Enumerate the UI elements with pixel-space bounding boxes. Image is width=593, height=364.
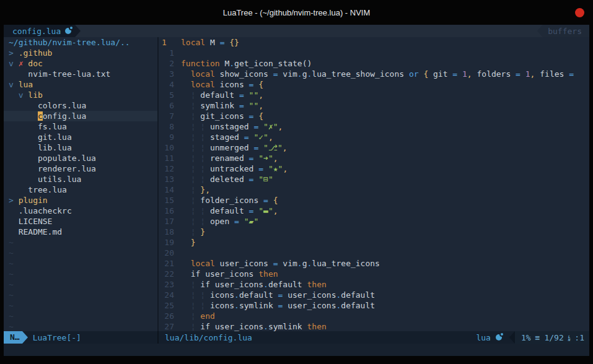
code-line[interactable]: 15 ¦ folder_icons = {	[159, 195, 589, 206]
code-line[interactable]: 7 ¦ git_icons = {	[159, 111, 589, 121]
text-segment: .luacheckrc	[9, 206, 72, 215]
close-button[interactable]	[575, 8, 584, 17]
tab-buffers[interactable]: buffers	[543, 25, 589, 37]
code-line[interactable]: 10 ¦ ¦ unmerged = "⎇",	[159, 142, 589, 153]
text-segment: =	[273, 259, 278, 268]
code-line[interactable]: 1local M = {}	[159, 37, 589, 48]
text-segment: staged	[205, 132, 244, 142]
text-segment: ~	[9, 311, 14, 321]
code-line[interactable]: 3 local show_icons = vim.g.lua_tree_show…	[159, 69, 589, 79]
tree-row[interactable]: fs.lua	[4, 121, 157, 132]
filetype-label: lua	[476, 333, 501, 342]
text-segment: git_icons	[195, 111, 248, 121]
code-line[interactable]: 26 ¦ end	[159, 311, 589, 321]
text-segment: g	[302, 69, 307, 79]
code-line[interactable]: 19 }	[159, 237, 589, 248]
percent-indicator: 1%	[521, 333, 531, 342]
tree-row[interactable]: v lua	[4, 79, 157, 90]
tree-row[interactable]: tree.lua	[4, 184, 157, 195]
text-segment	[181, 175, 191, 184]
text-segment	[181, 301, 191, 310]
tree-row[interactable]: renderer.lua	[4, 163, 157, 174]
tree-row[interactable]: > .github	[4, 48, 157, 58]
code-line[interactable]: 18 ¦ }	[159, 227, 589, 237]
code-line[interactable]: 9 ¦ ¦ staged = "✓",	[159, 132, 589, 142]
tree-row[interactable]: README.md	[4, 227, 157, 237]
code-line[interactable]: 16 ¦ ¦ default = "▬",	[159, 206, 589, 216]
text-segment	[244, 101, 249, 110]
text-segment	[181, 143, 191, 152]
text-segment: .github	[14, 48, 53, 58]
tree-row[interactable]: > plugin	[4, 195, 157, 206]
code-line[interactable]: 22 if user_icons then	[159, 269, 589, 279]
text-segment: show_icons	[215, 69, 273, 79]
tree-row[interactable]: colors.lua	[4, 100, 157, 111]
code-line[interactable]: 21 local user_icons = vim.g.lua_tree_ico…	[159, 258, 589, 269]
tree-row[interactable]: v ✗ doc	[4, 58, 157, 69]
empty-line-tilde: ~	[4, 258, 157, 269]
text-segment: tree.lua	[9, 185, 67, 194]
text-segment: 1	[525, 69, 530, 79]
tab-config-lua[interactable]: config.lua	[4, 25, 75, 37]
line-number: 18	[159, 227, 178, 237]
text-segment: =	[263, 196, 268, 205]
text-segment: =	[569, 69, 574, 79]
code-line[interactable]: 8 ¦ ¦ unstaged = "✗",	[159, 121, 589, 132]
code-line[interactable]: 5 ¦ default = "",	[159, 90, 589, 100]
tree-row[interactable]: LICENSE	[4, 216, 157, 227]
text-segment: deleted	[205, 175, 248, 184]
text-segment: 1	[462, 69, 467, 79]
code-line[interactable]: 23 ¦ if user_icons.default then	[159, 279, 589, 290]
text-segment: ~	[9, 248, 14, 258]
tree-row[interactable]: ~/github/nvim-tree.lua/..	[4, 37, 157, 48]
line-number: 26	[159, 311, 178, 321]
text-segment: lua_tree_show_icons	[312, 69, 409, 79]
code-line[interactable]: 11 ¦ ¦ renamed = "➜",	[159, 153, 589, 163]
text-segment	[181, 322, 191, 331]
tree-row[interactable]: .luacheckrc	[4, 206, 157, 216]
tree-row[interactable]: git.lua	[4, 132, 157, 142]
code-line[interactable]: 2function M.get_icon_state()	[159, 58, 589, 69]
code-line[interactable]: 14 ¦ },	[159, 184, 589, 195]
text-segment: user_icons	[283, 301, 336, 310]
text-segment	[181, 132, 191, 142]
code-text: ¦ default = "",	[178, 90, 263, 100]
tree-row[interactable]: config.lua	[4, 111, 157, 121]
tree-row[interactable]: utils.lua	[4, 174, 157, 184]
code-line[interactable]: 4 local icons = {	[159, 79, 589, 90]
text-segment	[181, 259, 191, 268]
text-segment: "➜"	[258, 154, 273, 163]
text-segment: ~/github/nvim-tree.lua/..	[9, 38, 130, 47]
text-segment	[181, 238, 191, 247]
text-segment: unmerged	[205, 143, 253, 152]
code-line[interactable]: 27 ¦ if user_icons.symlink then	[159, 321, 589, 331]
powerline-arrow-icon	[75, 25, 81, 37]
text-segment: .	[297, 69, 302, 79]
code-line[interactable]: 6 ¦ symlink = "",	[159, 100, 589, 111]
cursor-block: c	[38, 111, 43, 121]
code-line[interactable]: 24 ¦ ¦ icons.default = user_icons.defaul…	[159, 290, 589, 300]
text-segment: local	[181, 38, 205, 47]
text-segment: if user_icons	[195, 280, 263, 289]
file-tree-pane: ~/github/nvim-tree.lua/..> .githubv ✗ do…	[4, 37, 159, 331]
text-segment: unstaged	[205, 122, 253, 131]
line-number: 2	[159, 58, 178, 69]
code-line[interactable]: 13 ¦ ¦ deleted = "⊟"	[159, 174, 589, 184]
code-line[interactable]: 12 ¦ ¦ untracked = "★",	[159, 163, 589, 174]
lines-icon: ≡	[535, 333, 540, 342]
indent-guide: ¦	[200, 217, 205, 226]
command-line[interactable]	[4, 344, 589, 356]
powerline-arrow-icon	[509, 331, 515, 344]
tree-row[interactable]: nvim-tree-lua.txt	[4, 69, 157, 79]
line-number: 27	[159, 321, 178, 331]
tree-row[interactable]: lib.lua	[4, 142, 157, 153]
tree-row[interactable]: v lib	[4, 90, 157, 100]
code-line[interactable]: 20	[159, 248, 589, 258]
code-line[interactable]: 1	[159, 48, 589, 58]
text-segment: default	[239, 290, 278, 300]
code-line[interactable]: 25 ¦ ¦ icons.symlink = user_icons.defaul…	[159, 300, 589, 311]
tree-row[interactable]: populate.lua	[4, 153, 157, 163]
code-line[interactable]: 17 ¦ ¦ open = "▰"	[159, 216, 589, 227]
text-segment: then	[258, 269, 278, 279]
statusline: N… LuaTree[-] lua/lib/config.lua lua 1% …	[4, 331, 589, 344]
